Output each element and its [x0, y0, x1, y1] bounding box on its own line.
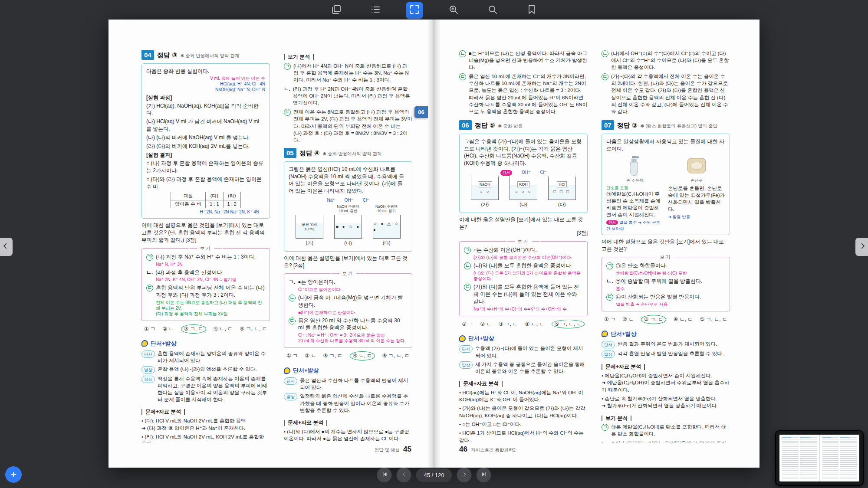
hint-text: 액성을 통해 수용액 속에 존재하는 이온의 존재를 파악하고, 구경꾼 이온의…: [158, 375, 270, 403]
beaker-caption: (가): [306, 240, 314, 246]
procedure-step: (다) (나)의 비커에 NaOH(aq) V mL를 넣는다.: [146, 134, 265, 141]
option-4: ④ ㄴ, ㄷ: [525, 321, 545, 328]
beaker-glass: NaOH ○ ○: [471, 177, 499, 200]
beaker-tag: HCl: [557, 181, 567, 188]
option-4: ④ ㄴ, ㄷ: [674, 316, 693, 323]
marker-correct: ㄴ: [602, 50, 608, 57]
analysis-title: 문제+자료 분석: [602, 364, 645, 370]
ion-annotations: Na⁺ OH⁻ Cl⁻: [289, 197, 408, 203]
hint-text: 수용액 (가)~(다)에 들어 있는 음이온 모형이 제시되어 있다.: [475, 345, 588, 359]
score-label: [3점]: [459, 229, 588, 237]
section-header-06: 06 정답 ⑤ ✱ 중화 반응: [459, 120, 588, 130]
beaker-glass: ☆ ● △ ☆ ●: [373, 215, 401, 239]
next-page-button[interactable]: [457, 468, 472, 482]
first-page-button[interactable]: [377, 468, 392, 482]
analysis-text: 손이 시원해지는 이유는 ㉠(에탄올(C₂H₅OH))이 증발하면서 주위로부터…: [611, 440, 730, 443]
boki-item: ㄱ ㉠은 탄소 화합물이다.: [606, 262, 725, 269]
thumbnail-column: [800, 437, 817, 479]
analysis-item: • HCl(aq)에는 H⁺와 Cl⁻이, NaOH(aq)에는 Na⁺와 OH…: [459, 389, 588, 403]
last-page-button[interactable]: [477, 468, 491, 482]
toc-button[interactable]: [367, 2, 384, 19]
beaker-tag: NaOH: [478, 181, 492, 188]
section-header-05: 05 정답 ④ ✱ 중화 반응에서의 양적 관계: [284, 148, 412, 158]
page-footer-45: 정답 및 해설 45: [375, 445, 411, 454]
spray-bottle-image: [622, 154, 648, 177]
beaker-naoh: NaOH ○ ○ (가): [471, 177, 499, 208]
chevron-left-icon: [401, 471, 407, 479]
boki-text: (나)와 (다)를 모두 혼합한 용액은 중성이다.: [473, 262, 572, 269]
beaker-glass: ■ ● ☆ ●: [334, 215, 362, 239]
boki-label: 보기: [331, 270, 365, 277]
hint-tag: 발상: [602, 350, 615, 358]
chevron-left-icon: [1, 242, 9, 252]
boki-note: Na⁺ N, H⁺ 3N: [156, 262, 265, 267]
beaker-na: NaOH 수용액 10 mL 혼합 ■ ● ☆ ● (나): [334, 204, 362, 246]
analysis-block: 문제+자료 분석 • (나)와 (다)에서 ●의 개수는 변하지 않으므로 ●는…: [284, 416, 412, 442]
problem-intro: 그림은 수용액 (가)~(다)에 들어 있는 음이온을 모형으로 나타낸 것이다…: [464, 138, 583, 167]
note-line: V mL 속에 들어 있는 이온 수: [146, 75, 265, 81]
analysis-text: 묽은 염산 10 mL에 존재하는 Cl⁻의 개수가 3N이라면, 수산화 나트…: [469, 73, 588, 115]
analysis-block: 문제+자료 분석 • HCl(aq)에는 H⁺와 Cl⁻이, NaOH(aq)에…: [459, 377, 588, 442]
boki-marker-correct: ㄴ: [289, 295, 296, 301]
add-button[interactable]: +: [5, 466, 22, 483]
boki-note: ■(H⁺)이 존재하므로 산성이다.: [298, 310, 408, 315]
hint-header: 단서+발상: [459, 334, 588, 342]
analysis-title: 문제+자료 분석: [141, 409, 185, 415]
analysis-title: 문제+자료 분석: [459, 381, 503, 387]
boki-text: ○는 수산화 이온(OH⁻)이다.: [473, 246, 537, 254]
option-1: ① ㄱ: [144, 325, 155, 333]
first-page-icon: [381, 471, 388, 479]
hint-row: 발상 일정량의 묽은 염산에 수산화 나트륨 수용액을 추가했을 때 중화 반응…: [284, 393, 412, 413]
hint-text: 혼합 용액 (나)~(라)의 액성을 추론할 수 있다.: [158, 366, 256, 373]
note-line: NaOH(aq): Na⁺ N, OH⁻ N: [146, 87, 265, 92]
hint-text: 각각 흡열 반응과 발열 반응임을 추론할 수 있다.: [618, 350, 723, 357]
boki-item: ㄷ 혼합 용액의 단위 부피당 전체 이온 수 비는 (나) 과정 후와 (다)…: [146, 284, 265, 299]
bookmark-button[interactable]: [523, 2, 540, 19]
pages-view-button[interactable]: [328, 2, 345, 19]
boki-text: (나) 과정 후 Na⁺ 수와 H⁺ 수 비는 1 : 3이다.: [156, 253, 256, 261]
note-line: HCl(aq): H⁺ 4N, Cl⁻ 4N: [146, 81, 265, 87]
next-spread-arrow[interactable]: [855, 238, 868, 256]
page45-column-1: 04 정답 ③ ✱ 중화 반응에서의 양적 관계 다음은 중화 반응 실험이다.…: [141, 50, 270, 442]
hint-tag: 적용: [141, 376, 155, 383]
beaker-above-label: NaOH 수용액 10 mL 혼합: [337, 204, 359, 214]
marker-correct: ㄱ: [284, 63, 291, 70]
marker: ㄴ.: [602, 440, 608, 443]
previous-spread-arrow[interactable]: [0, 238, 13, 256]
clue-badge: 단서: [500, 170, 512, 176]
thumbnail-preview[interactable]: [775, 430, 864, 486]
sanitizer-figure: 손 소독제: [606, 154, 664, 183]
zoom-in-button[interactable]: [445, 2, 462, 19]
boki-text: ㉠이 증발할 때 주위에 열을 방출한다.: [615, 278, 702, 285]
boki-text: (나)에 금속 마그네슘(Mg)을 넣으면 기체가 발생한다.: [298, 294, 408, 309]
ion-label-cl: Cl⁻: [363, 197, 369, 203]
table-cell: 1 : 2: [223, 200, 240, 208]
result-line: ○ (다)와 (라) 과정 후 혼합 용액에 존재하는 양이온 수 비: [146, 176, 265, 190]
beaker-row: 묽은 염산 10 mL (가) NaOH 수용액 10 mL 혼합 ■ ● ☆ …: [289, 204, 408, 246]
idea-icon: [141, 340, 148, 347]
beaker-tag: KOH: [517, 181, 529, 188]
boki-label: 보기: [649, 254, 683, 260]
book-spread: 06 04 정답 ③ ✱ 중화 반응에서의 양적 관계 다음은 중화 반응 실험…: [108, 20, 760, 468]
boki-label: 보기: [506, 238, 541, 245]
analysis-item: • 손난로 속 철가루(Fe)가 산화되면서 열을 방출한다. ➔ 철가루(Fe…: [602, 395, 730, 409]
fullscreen-button[interactable]: [406, 2, 423, 19]
topic-label: ✱ (탄소 화합물의 유용성과) 열의 출입: [641, 123, 717, 129]
beaker-glass: HCl □ □ □: [548, 177, 576, 200]
fullscreen-icon: [409, 4, 420, 16]
hint-header: 단서+발상: [284, 367, 412, 374]
previous-page-button[interactable]: [397, 468, 411, 482]
boki-item: ㄴ. (라) 과정 후 용액은 산성이다.: [146, 269, 265, 276]
search-icon: [487, 4, 498, 16]
boki-marker-correct: ㄷ: [464, 284, 471, 291]
question-text: 이에 대한 옳은 설명만을 [보기]에서 있는 대로 고른 것은?: [459, 216, 588, 231]
search-button[interactable]: [484, 2, 501, 19]
procedure-step: (가) HCl(aq), NaOH(aq), KOH(aq)을 각각 준비한다.: [146, 102, 265, 117]
marker: ㄴ.: [284, 85, 290, 106]
procedure-step: (나) HCl(aq) V mL가 담긴 비커에 NaOH(aq) V mL를 …: [146, 118, 265, 133]
page-46: ㄴ ■는 H⁺이므로 (나)는 산성 용액이다. 따라서 금속 마그네슘(Mg)…: [434, 20, 760, 468]
marker-correct: ㄱ: [602, 424, 608, 431]
analysis-row: ㄴ (나)에서 OH⁻(○)의 수=(다)에서 Cl⁻(□)의 수이고 (다)에…: [602, 50, 730, 71]
idea-icon: [284, 367, 290, 374]
thumbnail-page-right: [820, 435, 860, 481]
